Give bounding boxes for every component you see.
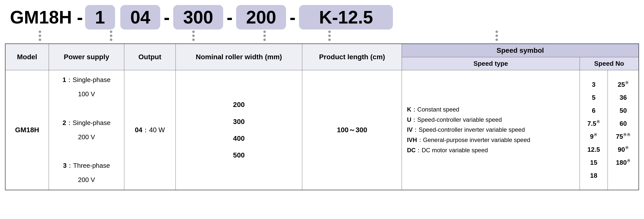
segment1-box: 1 (85, 5, 115, 30)
dash2: - (227, 7, 233, 28)
col-header-speed-symbol: Speed symbol (402, 44, 639, 57)
cell-speed-no-right: 25※ 36 50 60 75※※ 90※ 180※ (608, 70, 639, 190)
dots-model (39, 31, 41, 41)
col-header-roller: Nominal roller width (mm) (176, 44, 302, 70)
segment3-box: 300 (173, 5, 223, 30)
segment4-box: 200 (236, 5, 286, 30)
col-header-length: Product length (cm) (302, 44, 402, 70)
dots-seg1 (110, 31, 112, 41)
col-header-speed-no: Speed No (580, 57, 639, 70)
cell-speed-no-left: 3 5 6 7.5※ 9※ 12.5 15 18 (580, 70, 608, 190)
cell-length: 100～300 (302, 70, 402, 190)
spec-table: Model Power supply Output Nominal roller… (5, 44, 639, 190)
cell-roller: 200 300 400 500 (176, 70, 302, 190)
col-header-output: Output (124, 44, 176, 70)
segment2-box: 04 (120, 5, 160, 30)
model-value: GM18H (15, 126, 39, 134)
dots-seg3 (263, 31, 266, 41)
cell-speed-type: K：Constant speed U：Speed-controller vari… (402, 70, 580, 190)
col-header-power: Power supply (49, 44, 124, 70)
dash3: - (290, 7, 296, 28)
dots-seg2 (192, 31, 195, 41)
col-header-speed-type: Speed type (402, 57, 580, 70)
segment5-box: K-12.5 (299, 5, 393, 30)
cell-output: 04：40 W (124, 70, 176, 190)
dots-seg5 (496, 31, 498, 41)
cell-model: GM18H (5, 70, 49, 190)
cell-power: 1：Single-phase100 V 2：Single-phase200 V … (49, 70, 124, 190)
model-prefix: GM18H - (10, 7, 83, 28)
dots-seg4 (328, 31, 331, 41)
dash1: - (164, 7, 170, 28)
model-code-row: GM18H - 1 04 - 300 - 200 - K-12.5 (5, 5, 639, 30)
col-header-model: Model (5, 44, 49, 70)
